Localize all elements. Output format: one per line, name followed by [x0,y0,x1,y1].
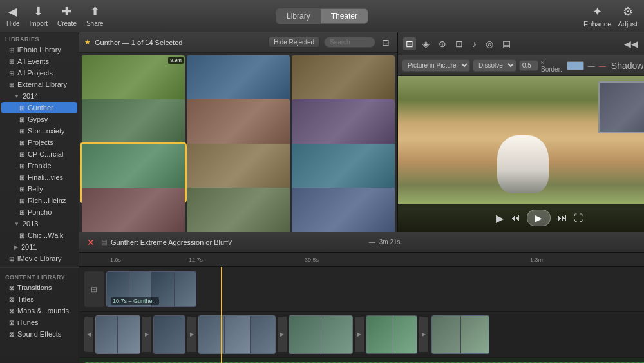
sidebar-item-all-projects[interactable]: ⊞ All Projects [1,67,77,79]
adjust-button[interactable]: ⚙ Adjust [618,5,638,28]
timeline-duration: 3m 21s [379,239,401,246]
ruler-mark-2: 12.7s [189,257,203,263]
view-tabs: Library Theater [276,8,368,24]
sound-effects-icon: ⊠ [9,331,14,338]
external-icon: ⊞ [9,81,14,88]
left-arrow-icon: ◀ [87,331,91,337]
triangle-icon-2013: ▼ [14,221,19,227]
effect-select[interactable]: Picture in Picture [402,59,470,72]
audio-tool-button[interactable]: ♪ [469,37,479,50]
sidebar-item-poncho[interactable]: ⊞ Poncho [1,206,77,218]
sidebar-item-external-library[interactable]: ⊞ External Library [1,79,77,90]
adjust-icon: ⚙ [623,5,633,19]
hide-button[interactable]: ◀ Hide [6,5,20,27]
track-icon: ⊟ [91,285,97,294]
right-arrow-icon-3: ▶ [280,331,284,337]
sidebar-item-finali-vies[interactable]: ⊞ Finali...vies [1,172,77,183]
cutaway-clip-1[interactable] [95,315,140,354]
import-icon: ⬇ [33,5,43,19]
cutaway-clip-4[interactable] [289,315,353,354]
iphoto-icon: ⊞ [9,46,14,54]
timeline-clip-icon: ▤ [101,239,107,246]
sidebar-item-maps[interactable]: ⊠ Maps &...rounds [1,305,77,317]
sidebar-item-2013[interactable]: ▼ 2013 [1,218,77,230]
timeline-playhead [221,267,222,363]
play-button[interactable]: ▶ [496,212,504,224]
cutaway-clip-5[interactable] [366,315,417,354]
star-icon: ★ [84,38,91,46]
sidebar-item-sound-effects[interactable]: ⊠ Sound Effects [1,328,77,340]
triangle-icon-2011: ▶ [14,244,18,250]
clip-search-input[interactable] [324,37,375,48]
pip-overlay [598,81,644,133]
sidebar-item-belly[interactable]: ⊞ Belly [1,183,77,195]
sidebar-item-chic-walk[interactable]: ⊞ Chic...Walk [1,230,77,241]
clip-thumb-11[interactable] [292,188,395,232]
track-clip-left[interactable]: 10.7s – Gunthe... [106,271,196,307]
hide-rejected-button[interactable]: Hide Rejected [268,37,320,48]
sidebar-item-imovie-library[interactable]: ⊞ iMovie Library [1,253,77,264]
prev-button[interactable]: ◀◀ [621,37,641,50]
duration-input[interactable] [519,60,538,71]
finali-icon: ⊞ [19,174,24,181]
play-pause-button[interactable]: ▶ [527,210,551,226]
import-button[interactable]: ⬇ Import [30,5,48,27]
sidebar-item-frankie[interactable]: ⊞ Frankie [1,160,77,172]
sidebar-item-rich-heinz[interactable]: ⊞ Rich...Heinz [1,195,77,206]
main-clip-label: 10.7s – Gunthe... [111,297,159,305]
enhance-button[interactable]: ✦ Enhance [583,5,611,28]
sidebar-item-cp-rcial[interactable]: ⊞ CP C...rcial [1,148,77,160]
shadow-button[interactable]: Shadow [609,59,644,72]
sidebar-item-gypsy[interactable]: ⊞ Gypsy [1,113,77,125]
clip-thumb-10[interactable] [187,188,290,232]
sidebar-item-itunes[interactable]: ⊠ iTunes [1,317,77,328]
right-arrow-icon-5: ▶ [422,331,426,337]
sidebar-item-all-events[interactable]: ⊞ All Events [1,55,77,67]
titles-icon: ⊠ [9,296,14,303]
cutaway-divider-5: ▶ [419,317,428,352]
cutaway-divider-2: ▶ [187,317,196,352]
sidebar-item-2011[interactable]: ▶ 2011 [1,241,77,253]
video-controls: ▶ ⏮ ▶ ⏭ ⛶ [398,204,644,232]
sidebar: LIBRARIES ⊞ iPhoto Library ⊞ All Events … [0,32,79,363]
border-line: — [588,62,595,70]
timeline-close-button[interactable]: ✕ [84,236,97,249]
ruler-mark-3: 39.5s [305,257,319,263]
cutaway-clip-2[interactable] [153,315,185,354]
share-button[interactable]: ⬆ Share [86,5,104,27]
libraries-section-label: LIBRARIES [0,32,79,44]
transition-select[interactable]: Dissolve [473,59,516,72]
itunes-icon: ⊠ [9,319,14,326]
noise-tool-button[interactable]: ⊕ [436,37,449,50]
skip-forward-button[interactable]: ⏭ [557,212,567,224]
projects-icon: ⊞ [9,70,14,77]
tab-theater[interactable]: Theater [321,9,368,23]
sidebar-item-iphoto[interactable]: ⊞ iPhoto Library [1,44,77,55]
sidebar-item-projects[interactable]: ⊞ Projects [1,137,77,148]
fullscreen-button[interactable]: ⛶ [574,213,583,223]
cutaway-clip-3[interactable] [198,315,276,354]
stabilize-tool-button[interactable]: ⊡ [453,37,466,50]
clip-browser-toolbar: ★ Gunther — 1 of 14 Selected Hide Reject… [79,32,397,53]
content-library-section-label: CONTENT LIBRARY [0,270,79,282]
crop-tool-button[interactable]: ⊟ [403,37,416,50]
sidebar-item-2014[interactable]: ▼ 2014 [1,90,77,102]
sidebar-item-stor-nxiety[interactable]: ⊞ Stor...nxiety [1,125,77,137]
sidebar-item-transitions[interactable]: ⊠ Transitions [1,282,77,293]
sidebar-item-gunther[interactable]: ⊞ Gunther [1,102,77,113]
stor-icon: ⊞ [19,128,24,135]
skip-back-button[interactable]: ⏮ [510,212,520,224]
clip-browser: ★ Gunther — 1 of 14 Selected Hide Reject… [79,32,398,232]
clip-tool-button[interactable]: ▤ [500,37,513,50]
chic-icon: ⊞ [19,232,24,239]
sidebar-item-titles[interactable]: ⊠ Titles [1,293,77,305]
clip-view-toggle[interactable]: ⊟ [379,36,392,49]
clip-thumb-9[interactable] [82,188,185,232]
color-tool-button[interactable]: ◈ [420,37,432,50]
speed-tool-button[interactable]: ◎ [483,37,496,50]
create-button[interactable]: ✚ Create [57,5,77,27]
cutaway-clip-6[interactable] [431,315,489,354]
clip-duration-badge: 9.9m [168,57,184,64]
tab-library[interactable]: Library [276,9,321,23]
preview-panel: ⊟ ◈ ⊕ ⊡ ♪ ◎ ▤ ◀◀ ⓘ ↩ Picture in Picture [398,32,644,232]
